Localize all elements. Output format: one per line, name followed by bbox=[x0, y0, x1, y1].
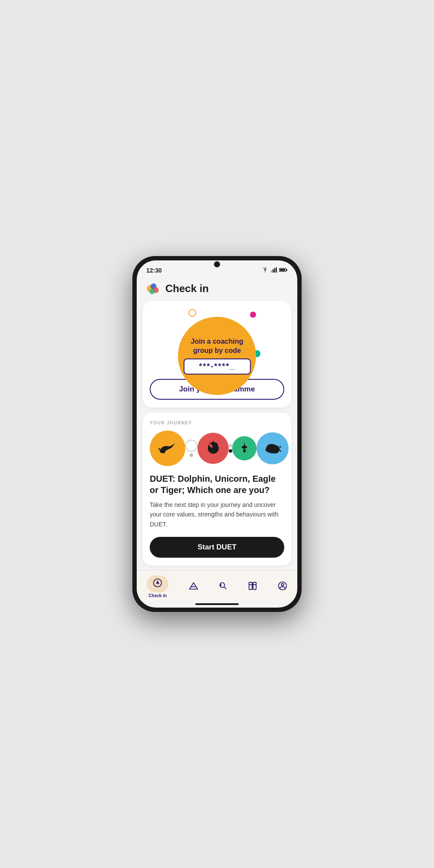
header-title: Check in bbox=[165, 283, 209, 295]
nav-checkin-label: Check in bbox=[148, 593, 167, 598]
nav-item-checkin[interactable]: Check in bbox=[142, 574, 173, 600]
svg-rect-2 bbox=[274, 268, 276, 273]
profile-icon bbox=[278, 581, 287, 593]
unicorn-icon bbox=[237, 441, 252, 456]
eagle-circle bbox=[197, 433, 229, 464]
tiger-circle bbox=[256, 432, 289, 464]
eagle-icon bbox=[203, 438, 224, 458]
code-input[interactable]: ***-****_ bbox=[184, 358, 251, 375]
outline-circle-dot bbox=[185, 440, 197, 452]
dot-yellow-outline bbox=[188, 309, 196, 317]
black-dot bbox=[229, 449, 232, 453]
dots-col-1 bbox=[185, 440, 197, 457]
svg-rect-3 bbox=[276, 267, 277, 273]
library-icon bbox=[248, 581, 257, 593]
wifi-icon bbox=[262, 266, 269, 274]
unicorn-circle bbox=[232, 436, 256, 460]
svg-rect-0 bbox=[271, 270, 272, 273]
journey-title: DUET: Dolphin, Unicorn, Eagle or Tiger; … bbox=[150, 473, 284, 496]
battery-icon bbox=[279, 266, 288, 274]
bottom-nav: Check in bbox=[137, 570, 297, 602]
svg-point-10 bbox=[149, 289, 155, 294]
svg-point-22 bbox=[281, 583, 284, 586]
nav-item-search[interactable] bbox=[214, 579, 232, 595]
phone-screen: 12:30 bbox=[137, 260, 297, 608]
camera-notch bbox=[214, 261, 220, 267]
status-time: 12:30 bbox=[146, 267, 162, 274]
svg-rect-6 bbox=[286, 269, 287, 271]
status-icons bbox=[262, 266, 288, 274]
svg-rect-18 bbox=[253, 582, 256, 589]
journey-description: Take the next step in your journey and u… bbox=[150, 500, 284, 529]
dolphin-circle bbox=[150, 431, 185, 466]
learn-icon bbox=[189, 581, 198, 593]
start-duet-button[interactable]: Start DUET bbox=[150, 537, 284, 558]
svg-rect-17 bbox=[249, 582, 252, 589]
tiger-icon bbox=[262, 438, 283, 459]
phone-frame: 12:30 bbox=[132, 256, 302, 612]
big-yellow-circle: Join a coaching group by code ***-****_ bbox=[178, 317, 256, 395]
nav-item-library[interactable] bbox=[243, 579, 262, 595]
search-icon bbox=[218, 581, 228, 593]
home-indicator bbox=[195, 603, 239, 605]
join-circle-area: Join a coaching group by code ***-****_ bbox=[174, 309, 260, 370]
svg-point-12 bbox=[157, 582, 158, 584]
journey-section-label: YOUR JOURNEY bbox=[150, 421, 284, 425]
join-coaching-card: Join a coaching group by code ***-****_ … bbox=[143, 301, 291, 408]
app-logo bbox=[145, 281, 160, 296]
lgray-dot bbox=[229, 444, 232, 447]
nav-checkin-icon-wrap bbox=[147, 575, 168, 592]
nav-item-profile[interactable] bbox=[273, 579, 292, 595]
nav-item-learn[interactable] bbox=[184, 579, 203, 595]
app-header: Check in bbox=[137, 277, 297, 301]
signal-icon bbox=[271, 266, 277, 274]
dots-col-2 bbox=[229, 444, 232, 453]
animals-row bbox=[150, 431, 284, 466]
gray-dot-1 bbox=[190, 454, 193, 457]
checkin-icon bbox=[153, 580, 162, 589]
journey-card: YOUR JOURNEY bbox=[143, 413, 291, 566]
svg-rect-5 bbox=[279, 269, 285, 271]
dot-magenta bbox=[250, 312, 256, 318]
svg-line-14 bbox=[224, 587, 226, 589]
main-content: Join a coaching group by code ***-****_ … bbox=[137, 301, 297, 570]
svg-rect-1 bbox=[273, 269, 274, 273]
join-circle-text: Join a coaching group by code bbox=[187, 337, 247, 355]
dolphin-icon bbox=[156, 437, 179, 460]
